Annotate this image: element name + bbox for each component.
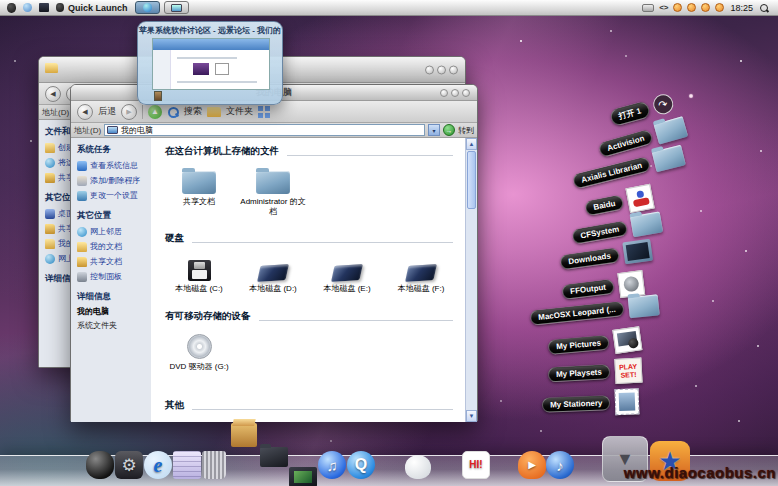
tray-icon[interactable] — [642, 4, 654, 12]
stack-open-label: 打开 1 — [609, 100, 651, 126]
trash-icon[interactable] — [202, 451, 226, 479]
media-folder-icon[interactable] — [289, 467, 317, 486]
notepad-icon[interactable] — [173, 451, 201, 479]
my-computer-window[interactable]: 我的电脑 ◀ 后退 ▶ ▲ 搜索 文件夹 地址(D) 我的电脑 — [70, 84, 478, 422]
qq-face-icon[interactable] — [715, 3, 724, 12]
desktop-icon — [45, 209, 55, 219]
forward-button[interactable]: ▶ — [121, 104, 137, 120]
minimize-button[interactable] — [437, 65, 446, 74]
file-item-label: 本地磁盘 (C:) — [175, 284, 223, 294]
scroll-down-icon[interactable]: ▼ — [466, 410, 477, 422]
pplive-mascot-icon[interactable]: ▶ — [518, 451, 546, 479]
thumbnail-image — [215, 63, 229, 75]
up-button[interactable]: ▲ — [148, 105, 162, 119]
stack-item-my-pictures[interactable]: My Pictures — [547, 327, 642, 359]
stack-item-my-playsets[interactable]: My PlaysetsPLAY SET! — [547, 358, 642, 388]
scrollbar[interactable]: ▲ ▼ — [465, 138, 477, 422]
sidebar-item-label: 控制面板 — [90, 271, 122, 282]
system-preferences-icon[interactable]: ⚙ — [115, 451, 143, 479]
thumbnail-text-line — [177, 57, 237, 59]
sidebar-item-控制面板[interactable]: 控制面板 — [77, 271, 149, 282]
qq-face-icon[interactable] — [673, 3, 682, 12]
sidebar-section-title: 系统任务 — [77, 144, 149, 156]
watermark: www.diaocaobus.cn — [624, 464, 776, 481]
globe-icon[interactable] — [23, 3, 32, 12]
black-folder-icon[interactable] — [260, 447, 288, 467]
taskbar-button-computer[interactable] — [164, 1, 189, 14]
white-pet-icon[interactable] — [405, 455, 431, 479]
folder-icon — [630, 211, 663, 237]
qq-face-icon[interactable] — [701, 3, 710, 12]
sidebar-item-添加-删除程序[interactable]: 添加/删除程序 — [77, 175, 149, 186]
code-icon[interactable]: <> — [659, 4, 668, 12]
dvd-icon — [187, 334, 212, 359]
stack-item-my-stationery[interactable]: My Stationery — [542, 388, 640, 417]
file-item-共享文档[interactable]: 共享文档 — [165, 167, 233, 218]
browser-preview-thumbnail[interactable] — [152, 38, 270, 90]
file-item-administrator-的文档[interactable]: Administrator 的文档 — [239, 167, 307, 218]
my-computer-icon — [107, 126, 118, 134]
file-item-本地磁盘-f[interactable]: 本地磁盘 (F:) — [387, 254, 455, 294]
taskbar-preview-popup[interactable]: 苹果系统软件讨论区 - 远景论坛 - 我们的 — [137, 21, 283, 105]
internet-explorer-icon[interactable]: e — [144, 451, 172, 479]
file-item-dvd-驱动器-g[interactable]: DVD 驱动器 (G:) — [165, 332, 233, 372]
thumbnail-favicon — [154, 91, 162, 101]
computer-icon — [171, 4, 182, 12]
show-in-finder-arrow-icon[interactable]: ↷ — [651, 92, 675, 116]
small-apple-icon[interactable] — [56, 3, 64, 12]
stack-item-label: MacOSX Leopard (... — [530, 301, 625, 326]
back-button[interactable]: ◀ — [45, 86, 61, 102]
sidebar-item-网上邻居[interactable]: 网上邻居 — [77, 226, 149, 237]
search-icon[interactable] — [167, 106, 179, 118]
taskbar-button-browser[interactable] — [135, 1, 160, 14]
apple-icon[interactable] — [7, 3, 16, 13]
baidu-hi-icon[interactable]: HI! — [462, 451, 490, 479]
file-item-本地磁盘-c[interactable]: 本地磁盘 (C:) — [165, 254, 233, 294]
spotlight-search-icon[interactable] — [759, 3, 769, 13]
sidebar-item-我的文档[interactable]: 我的文档 — [77, 241, 149, 252]
back-button[interactable]: ◀ — [77, 104, 93, 120]
section-title: 硬盘 — [165, 232, 184, 245]
desktop: ◀ ▶ 地址(D) 文件和文创建将这 We共享其它位置桌面共享我的网上详细信息 … — [0, 0, 778, 486]
finder-apple-icon[interactable] — [86, 451, 114, 479]
scroll-track[interactable] — [466, 210, 477, 410]
preview-title: 苹果系统软件讨论区 - 远景论坛 - 我们的 — [138, 25, 282, 36]
stack-item-label: CFSystem — [571, 220, 628, 244]
folder-icon — [182, 171, 216, 194]
address-input[interactable]: 我的电脑 — [104, 124, 425, 136]
file-item-label: 共享文档 — [183, 197, 215, 207]
stack-item-label: Baidu — [584, 194, 624, 216]
go-button[interactable]: → — [443, 124, 455, 136]
minimize-button[interactable] — [451, 89, 459, 97]
views-icon[interactable] — [258, 106, 270, 118]
menu-bar-clock[interactable]: 18:25 — [730, 3, 753, 13]
sidebar-item-查看系统信息[interactable]: 查看系统信息 — [77, 160, 149, 171]
settings-icon — [77, 191, 87, 201]
maximize-button[interactable] — [449, 65, 458, 74]
network-icon — [77, 227, 87, 237]
explorer-sidebar: 系统任务查看系统信息添加/删除程序更改一个设置其它位置网上邻居我的文档共享文档控… — [71, 138, 151, 422]
sidebar-item-共享文档[interactable]: 共享文档 — [77, 256, 149, 267]
scroll-thumb[interactable] — [467, 151, 476, 209]
stack-item-label: My Stationery — [542, 395, 611, 412]
music-player-icon[interactable]: ♪ — [546, 451, 574, 479]
folder-icon — [654, 116, 689, 144]
address-dropdown[interactable]: ▾ — [428, 124, 440, 136]
close-button[interactable] — [440, 89, 448, 97]
control-panel-icon — [77, 272, 87, 282]
installer-box-icon[interactable] — [231, 423, 257, 447]
drive-icon — [405, 264, 437, 282]
flag-icon[interactable] — [39, 3, 49, 12]
addressbar: 地址(D) 我的电脑 ▾ → 转到 — [71, 123, 477, 138]
qq-face-icon[interactable] — [687, 3, 696, 12]
quicktime-icon[interactable]: Q — [347, 451, 375, 479]
sidebar-item-更改一个设置[interactable]: 更改一个设置 — [77, 190, 149, 201]
file-item-本地磁盘-e[interactable]: 本地磁盘 (E:) — [313, 254, 381, 294]
close-button[interactable] — [425, 65, 434, 74]
folders-icon[interactable] — [207, 107, 221, 117]
file-item-本地磁盘-d[interactable]: 本地磁盘 (D:) — [239, 254, 307, 294]
thumbnail-image — [193, 63, 209, 75]
scroll-up-icon[interactable]: ▲ — [466, 138, 477, 150]
itunes-icon[interactable]: ♫ — [318, 451, 346, 479]
maximize-button[interactable] — [462, 89, 470, 97]
